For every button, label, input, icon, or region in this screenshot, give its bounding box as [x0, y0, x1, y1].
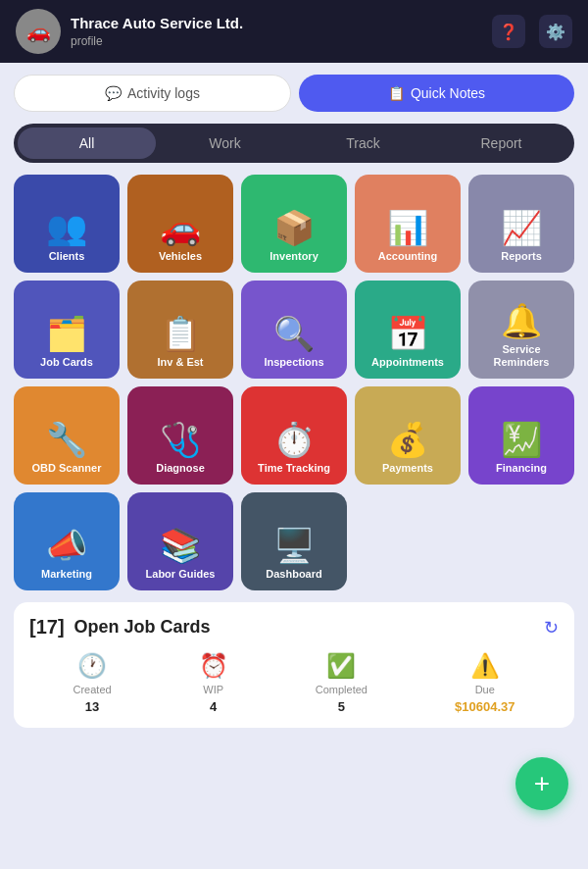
stat-value-created: 13 [85, 699, 99, 714]
grid-item-clients[interactable]: 👥 Clients [14, 175, 120, 273]
help-icon: ❓ [499, 23, 518, 41]
grid-icon-payments: 💰 [387, 423, 428, 456]
grid-item-labor-guides[interactable]: 📚 Labor Guides [127, 492, 233, 590]
stat-label-wip: WIP [203, 684, 223, 695]
grid-label-inventory: Inventory [270, 250, 318, 263]
stat-value-wip: 4 [210, 699, 217, 714]
grid-label-job-cards: Job Cards [40, 356, 93, 369]
settings-button[interactable]: ⚙️ [539, 15, 572, 48]
grid-icon-diagnose: 🩺 [160, 423, 201, 456]
stat-icon-created: 🕐 [77, 652, 107, 680]
grid-label-inv-est: Inv & Est [157, 356, 203, 369]
stat-value-due: $10604.37 [455, 699, 514, 714]
tab-activity-label: Activity logs [127, 85, 200, 101]
grid-label-accounting: Accounting [378, 250, 438, 263]
stat-completed: ✅ Completed 5 [316, 652, 368, 714]
refresh-button[interactable]: ↻ [544, 617, 559, 639]
filter-track[interactable]: Track [294, 128, 432, 159]
grid-item-financing[interactable]: 💹 Financing [468, 386, 574, 485]
grid-item-time-tracking[interactable]: ⏱️ Time Tracking [241, 386, 347, 485]
stat-label-due: Due [475, 684, 495, 695]
grid-icon-accounting: 📊 [387, 211, 428, 244]
grid-item-appointments[interactable]: 📅 Appointments [355, 281, 461, 379]
app-header: 🚗 Thrace Auto Service Ltd. profile ❓ ⚙️ [0, 0, 588, 63]
company-name: Thrace Auto Service Ltd. [71, 15, 243, 31]
grid-icon-appointments: 📅 [387, 317, 428, 350]
tab-quicknotes-label: Quick Notes [411, 85, 485, 101]
tab-quick-notes[interactable]: 📋 Quick Notes [299, 75, 574, 112]
app-grid: 👥 Clients 🚗 Vehicles 📦 Inventory 📊 Accou… [0, 175, 588, 602]
grid-label-diagnose: Diagnose [156, 462, 205, 475]
grid-label-service-reminders: Service Reminders [474, 343, 568, 369]
grid-item-inv-est[interactable]: 📋 Inv & Est [127, 281, 233, 379]
grid-item-job-cards[interactable]: 🗂️ Job Cards [14, 281, 120, 379]
add-icon: + [534, 768, 550, 799]
grid-item-dashboard[interactable]: 🖥️ Dashboard [241, 492, 347, 590]
add-fab-button[interactable]: + [515, 757, 568, 810]
grid-icon-financing: 💹 [501, 423, 542, 456]
grid-icon-clients: 👥 [46, 211, 87, 244]
stats-row: 🕐 Created 13 ⏰ WIP 4 ✅ Completed 5 ⚠️ Du… [29, 652, 559, 714]
grid-label-clients: Clients [49, 250, 85, 263]
grid-icon-time-tracking: ⏱️ [273, 423, 315, 456]
grid-label-time-tracking: Time Tracking [258, 462, 330, 475]
header-branding: 🚗 Thrace Auto Service Ltd. profile [16, 9, 243, 54]
stat-icon-due: ⚠️ [470, 652, 500, 680]
grid-item-accounting[interactable]: 📊 Accounting [355, 175, 461, 273]
grid-item-vehicles[interactable]: 🚗 Vehicles [127, 175, 233, 273]
grid-item-obd-scanner[interactable]: 🔧 OBD Scanner [14, 386, 120, 485]
stat-wip: ⏰ WIP 4 [199, 652, 228, 714]
avatar: 🚗 [16, 9, 61, 54]
grid-item-marketing[interactable]: 📣 Marketing [14, 492, 120, 590]
grid-item-diagnose[interactable]: 🩺 Diagnose [127, 386, 233, 485]
header-actions: ❓ ⚙️ [492, 15, 572, 48]
grid-icon-dashboard: 🖥️ [273, 529, 315, 562]
stat-due: ⚠️ Due $10604.37 [455, 652, 514, 714]
grid-label-vehicles: Vehicles [159, 250, 202, 263]
company-subtitle: profile [71, 34, 103, 48]
open-jobs-title: Open Job Cards [74, 617, 534, 638]
stat-label-created: Created [74, 684, 112, 695]
stat-value-completed: 5 [338, 699, 345, 714]
grid-label-dashboard: Dashboard [266, 568, 321, 581]
open-job-cards-panel: [17] Open Job Cards ↻ 🕐 Created 13 ⏰ WIP… [14, 602, 574, 728]
grid-label-labor-guides: Labor Guides [146, 568, 216, 581]
grid-icon-marketing: 📣 [46, 529, 87, 562]
grid-icon-inventory: 📦 [273, 211, 315, 244]
grid-item-service-reminders[interactable]: 🔔 Service Reminders [468, 281, 574, 379]
main-tab-bar: 💬 Activity logs 📋 Quick Notes [0, 63, 588, 124]
settings-icon: ⚙️ [546, 23, 565, 41]
stat-icon-completed: ✅ [326, 652, 356, 680]
grid-label-marketing: Marketing [41, 568, 92, 581]
grid-label-payments: Payments [382, 462, 433, 475]
grid-item-payments[interactable]: 💰 Payments [355, 386, 461, 485]
filter-work[interactable]: Work [156, 128, 294, 159]
activity-icon: 💬 [105, 85, 122, 101]
grid-icon-inspections: 🔍 [273, 317, 315, 350]
filter-report[interactable]: Report [432, 128, 570, 159]
grid-label-obd-scanner: OBD Scanner [32, 462, 102, 475]
grid-label-reports: Reports [501, 250, 542, 263]
tab-activity-logs[interactable]: 💬 Activity logs [14, 75, 291, 112]
filter-bar: All Work Track Report [14, 124, 574, 163]
grid-item-inspections[interactable]: 🔍 Inspections [241, 281, 347, 379]
grid-icon-inv-est: 📋 [160, 317, 201, 350]
grid-item-inventory[interactable]: 📦 Inventory [241, 175, 347, 273]
grid-label-financing: Financing [496, 462, 547, 475]
company-info: Thrace Auto Service Ltd. profile [71, 15, 243, 49]
grid-icon-labor-guides: 📚 [160, 529, 201, 562]
grid-icon-reports: 📈 [501, 211, 542, 244]
filter-all[interactable]: All [18, 128, 156, 159]
open-jobs-header: [17] Open Job Cards ↻ [29, 616, 559, 639]
stat-created: 🕐 Created 13 [74, 652, 112, 714]
grid-label-inspections: Inspections [264, 356, 323, 369]
grid-label-appointments: Appointments [371, 356, 444, 369]
quicknotes-icon: 📋 [388, 85, 405, 101]
grid-icon-job-cards: 🗂️ [46, 317, 87, 350]
grid-item-reports[interactable]: 📈 Reports [468, 175, 574, 273]
stat-icon-wip: ⏰ [199, 652, 228, 680]
help-button[interactable]: ❓ [492, 15, 525, 48]
stat-label-completed: Completed [316, 684, 368, 695]
open-jobs-count: [17] [29, 616, 65, 639]
grid-icon-vehicles: 🚗 [160, 211, 201, 244]
